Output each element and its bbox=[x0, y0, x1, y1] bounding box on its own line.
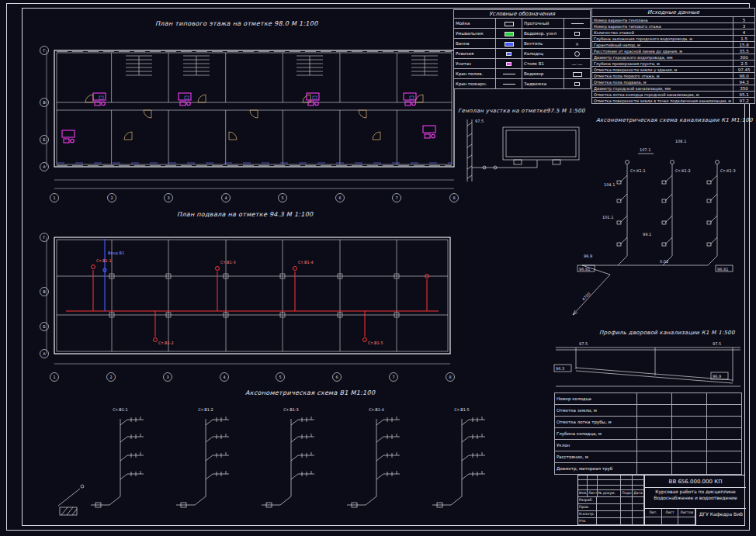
svg-text:Ст.В1-3: Ст.В1-3 bbox=[283, 407, 299, 412]
basement-axis-circles bbox=[40, 233, 455, 382]
svg-text:7: 7 bbox=[395, 195, 397, 200]
fire-tap-icon bbox=[503, 84, 515, 85]
v1-riser-labels: Ст.В1-1 Ст.В1-2 Ст.В1-3 Ст.В1-4 Ст.В1-5 bbox=[113, 407, 470, 412]
svg-text:Г: Г bbox=[43, 235, 45, 240]
initial-data-title-row: Исходные данные bbox=[592, 9, 755, 17]
title-block-main: ВВ 656.000.000 КП Курсовая работа по дис… bbox=[645, 475, 746, 525]
genplan-labels: 97.5 bbox=[475, 119, 484, 123]
svg-text:96.9: 96.9 bbox=[713, 374, 721, 379]
table-row: Гарантийный напор, м15.8 bbox=[592, 42, 755, 48]
axon-v1-title: Аксонометрическая схема В1 М1:100 bbox=[245, 389, 375, 396]
legend-row: Унитаз Стояк В1 —·— bbox=[454, 59, 591, 69]
initial-data-title: Исходные данные bbox=[592, 9, 755, 17]
water-main-pipe bbox=[66, 265, 439, 342]
svg-text:Ст.В1-5: Ст.В1-5 bbox=[368, 341, 383, 345]
svg-text:0.02: 0.02 bbox=[660, 259, 668, 264]
svg-text:Ст.В1-1: Ст.В1-1 bbox=[96, 258, 112, 263]
svg-text:107.1: 107.1 bbox=[640, 147, 650, 152]
stamp-lit-grid: Лит. Лист Листов bbox=[645, 509, 696, 525]
svg-text:97.5: 97.5 bbox=[475, 119, 484, 123]
svg-text:104.1: 104.1 bbox=[604, 182, 615, 187]
organization: ДГУ Кафедра ВиВ bbox=[696, 509, 746, 525]
axon-k1-title: Аксонометрическая схема канализации К1 М… bbox=[596, 117, 753, 123]
sink-icon bbox=[505, 22, 514, 26]
table-row: Глубина заложения городского водопровода… bbox=[592, 36, 755, 42]
legend-title-row: Условные обозначения bbox=[454, 10, 591, 19]
svg-text:Ст.В1-1: Ст.В1-1 bbox=[113, 407, 128, 412]
legend-table: Условные обозначения Мойка Проточный Умы… bbox=[453, 9, 591, 89]
svg-text:3: 3 bbox=[166, 375, 168, 379]
water-meter-unit-icon bbox=[574, 32, 580, 36]
table-row: Уклон bbox=[555, 440, 742, 451]
svg-text:В: В bbox=[43, 100, 46, 105]
svg-text:96.81: 96.81 bbox=[579, 267, 590, 271]
svg-text:6: 6 bbox=[338, 195, 341, 200]
svg-text:97.5: 97.5 bbox=[713, 341, 721, 346]
valve-icon: × bbox=[575, 41, 579, 47]
table-row: Отметка лотка трубы, м bbox=[555, 417, 742, 428]
svg-text:1: 1 bbox=[53, 375, 55, 379]
legend-row: Кран полив. Водомер bbox=[454, 69, 591, 79]
svg-text:7: 7 bbox=[392, 375, 394, 379]
floor-plan-drawing: 1 2 3 4 5 6 7 8 Г В Б А bbox=[39, 31, 462, 209]
title-block: Изм. Лист № докум. Подп. Дата Разраб. Пр… bbox=[577, 475, 745, 526]
table-row: Количество этажей4 bbox=[592, 29, 755, 36]
svg-text:101.1: 101.1 bbox=[602, 215, 613, 220]
basement-plan-drawing: Ввод В1 Ст.В1-1 Ст.В1-2 Ст.В1-3 Ст.В1-4 … bbox=[39, 222, 473, 386]
svg-text:8: 8 bbox=[449, 375, 451, 379]
table-row: Глубина колодца, м bbox=[555, 428, 742, 440]
basement-dimension-lines bbox=[47, 237, 450, 364]
svg-text:108.1: 108.1 bbox=[675, 139, 686, 144]
basement-axis-labels: 1 2 3 4 5 6 7 8 Г В Б А bbox=[43, 235, 451, 379]
flow-heater-icon bbox=[571, 23, 584, 24]
garden-tap-icon bbox=[503, 74, 515, 74]
table-row: Расстояние от красной линии до здания, м… bbox=[592, 48, 755, 54]
washbasin-icon bbox=[505, 32, 514, 36]
svg-text:Ст.К1-3: Ст.К1-3 bbox=[720, 168, 736, 173]
table-row: Номер варианта типового этажа3 bbox=[592, 23, 755, 29]
svg-text:2: 2 bbox=[110, 195, 113, 200]
table-row: Диаметр городского водопровода, мм300 bbox=[592, 54, 755, 61]
table-row: Отметка пола подвала, м94.3 bbox=[592, 79, 755, 85]
basement-plan-title: План подвала на отметке 94.3 М 1:100 bbox=[177, 211, 313, 218]
document-title: Курсовая работа по дисциплине Водоснабже… bbox=[645, 488, 746, 509]
legend-row: Умывальник Водомер. узел bbox=[454, 29, 591, 39]
axon-v1-drawing: Ст.В1-1 Ст.В1-2 Ст.В1-3 Ст.В1-4 Ст.В1-5 bbox=[43, 397, 539, 521]
floor-plan-title: План типового этажа на отметке 98.0 М 1:… bbox=[155, 20, 318, 27]
svg-text:Ввод В1: Ввод В1 bbox=[108, 251, 124, 255]
riser-icon: —·— bbox=[572, 61, 583, 67]
profile-lines bbox=[554, 348, 740, 386]
svg-text:99.1: 99.1 bbox=[643, 232, 651, 237]
v1-risers bbox=[91, 417, 485, 507]
svg-text:4: 4 bbox=[223, 375, 225, 379]
basement-grid bbox=[57, 240, 448, 351]
toilet-icon bbox=[506, 62, 512, 66]
profile-data-table: Номер колодца Отметка земли, м Отметка л… bbox=[554, 392, 742, 475]
sanitary-fixtures bbox=[62, 93, 435, 143]
water-inlet-pipe bbox=[103, 239, 106, 311]
svg-text:97.5: 97.5 bbox=[579, 341, 588, 346]
svg-text:А: А bbox=[43, 164, 46, 169]
svg-text:Б: Б bbox=[43, 324, 46, 329]
garden-tap-detail bbox=[58, 485, 84, 515]
svg-text:96.9: 96.9 bbox=[584, 254, 592, 258]
svg-text:6: 6 bbox=[335, 375, 338, 379]
svg-text:Ст.В1-4: Ст.В1-4 bbox=[298, 260, 314, 265]
legend-row: Ванна Вентиль × bbox=[454, 39, 591, 49]
table-row: Номер варианта генплана5 bbox=[592, 17, 755, 23]
document-number: ВВ 656.000.000 КП bbox=[645, 475, 746, 488]
legend-title: Условные обозначения bbox=[454, 10, 591, 19]
profile-drawing: 97.5 96.3 97.5 96.9 bbox=[551, 338, 745, 389]
profile-labels: 97.5 96.3 97.5 96.9 bbox=[556, 341, 721, 379]
table-row: Номер колодца bbox=[555, 393, 742, 405]
table-row: Отметка земли, м bbox=[555, 405, 742, 417]
legend-row: Мойка Проточный bbox=[454, 19, 591, 29]
axis-circles bbox=[40, 47, 459, 202]
gate-valve-icon bbox=[574, 82, 580, 86]
svg-text:5: 5 bbox=[281, 195, 283, 200]
axis-labels: 1 2 3 4 5 6 7 8 Г В Б А bbox=[43, 48, 455, 200]
svg-text:3: 3 bbox=[167, 195, 169, 200]
door-swings bbox=[85, 95, 423, 140]
revision-icon bbox=[506, 52, 512, 56]
svg-text:5: 5 bbox=[279, 375, 281, 379]
